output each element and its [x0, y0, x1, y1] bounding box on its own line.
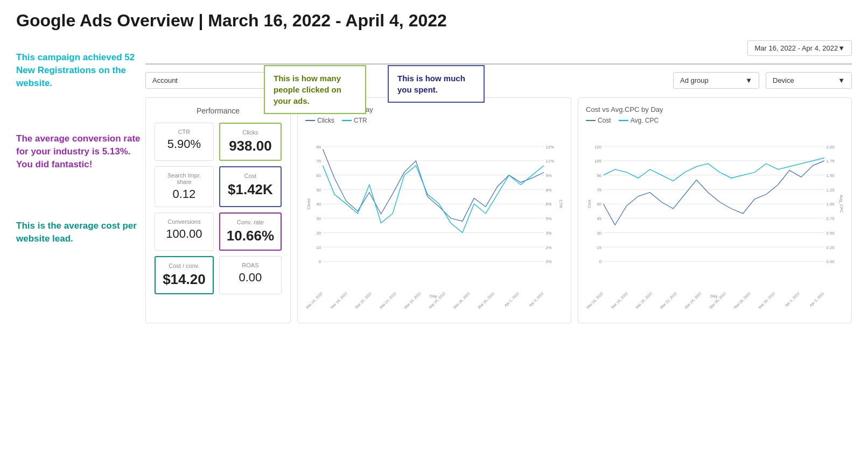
account-label: Account: [152, 76, 178, 84]
perf-cell: Cost / conv. $14.20: [155, 256, 214, 294]
svg-text:2%: 2%: [545, 245, 551, 250]
svg-text:45: 45: [597, 216, 602, 221]
cost-svg: 12010590756045301502.001.751.501.251.000…: [586, 129, 844, 311]
perf-cell: Clicks 938.00: [219, 123, 282, 161]
page-title: Google Ads Overview | March 16, 2022 - A…: [16, 11, 852, 31]
ctr-legend-dot: [342, 120, 352, 121]
cost-legend-item: Cost: [586, 117, 611, 124]
svg-text:50: 50: [317, 188, 321, 193]
svg-text:60: 60: [597, 202, 602, 207]
svg-text:Apr 3, 2022: Apr 3, 2022: [809, 291, 825, 308]
svg-text:0.50: 0.50: [826, 231, 834, 236]
main-layout: This campaign achieved 52 New Registrati…: [16, 40, 852, 323]
charts-area: Performance CTR 5.90%Clicks 938.00Search…: [145, 97, 852, 323]
annotation-average: The average conversion rate for your ind…: [16, 132, 145, 171]
svg-text:Mar 24, 2022: Mar 24, 2022: [403, 291, 422, 309]
ctr-legend-label: CTR: [354, 117, 367, 124]
svg-text:Mar 18, 2022: Mar 18, 2022: [610, 291, 628, 309]
svg-text:11%: 11%: [545, 159, 554, 164]
chevron-down-icon: ▼: [838, 76, 845, 84]
svg-text:Mar 24, 2022: Mar 24, 2022: [684, 291, 702, 309]
svg-text:Mar 18, 2022: Mar 18, 2022: [330, 291, 348, 309]
ctr-legend-item: CTR: [342, 117, 367, 124]
performance-title: Performance: [155, 107, 282, 115]
svg-text:Mar 22, 2022: Mar 22, 2022: [660, 291, 678, 309]
svg-text:Mar 20, 2022: Mar 20, 2022: [354, 291, 373, 309]
svg-text:Mar 16, 2022: Mar 16, 2022: [586, 291, 604, 309]
svg-text:1.25: 1.25: [826, 188, 834, 193]
chevron-down-icon: ▼: [745, 76, 752, 84]
perf-value: 100.00: [162, 227, 207, 241]
avgcpc-legend-dot: [619, 120, 628, 121]
clicks-svg: 8070605040302010012%11%9%8%6%5%3%2%0%Mar…: [305, 129, 563, 311]
adgroup-dropdown[interactable]: Ad group ▼: [673, 72, 759, 89]
perf-value: 10.66%: [227, 228, 274, 244]
svg-text:80: 80: [317, 145, 321, 150]
svg-text:0: 0: [599, 259, 601, 264]
cost-annotation-box: This is how much you spent.: [388, 65, 485, 103]
date-range-selector[interactable]: Mar 16, 2022 - Apr 4, 2022 ▼: [747, 40, 852, 56]
top-controls: Mar 16, 2022 - Apr 4, 2022 ▼: [145, 40, 852, 56]
svg-text:Mar 16, 2022: Mar 16, 2022: [305, 291, 323, 309]
svg-text:20: 20: [317, 231, 321, 236]
svg-text:Day: Day: [710, 294, 718, 299]
clicks-annotation-text: This is how many people clicked on your …: [274, 74, 341, 105]
perf-label: Cost / conv.: [162, 263, 206, 269]
annotation-cost: This is the average cost per website lea…: [16, 219, 145, 245]
svg-text:8%: 8%: [545, 188, 551, 193]
cost-chart-legend: Cost Avg. CPC: [586, 117, 844, 124]
svg-text:Mar 28, 2022: Mar 28, 2022: [733, 291, 752, 309]
svg-text:1.75: 1.75: [826, 159, 834, 164]
device-label: Device: [773, 76, 794, 84]
left-annotations: This campaign achieved 52 New Registrati…: [16, 40, 145, 323]
cost-chart-title: Cost vs Avg.CPC by Day: [586, 105, 844, 114]
cost-chart-panel: Cost vs Avg.CPC by Day Cost Avg. CPC 120…: [578, 97, 852, 323]
perf-label: Clicks: [227, 129, 274, 136]
svg-text:0%: 0%: [545, 259, 551, 264]
clicks-annotation-box: This is how many people clicked on your …: [264, 65, 366, 114]
svg-text:Mar 30, 2022: Mar 30, 2022: [477, 291, 495, 309]
svg-text:10: 10: [317, 245, 321, 250]
avgcpc-legend-item: Avg. CPC: [619, 117, 659, 124]
perf-value: $1.42K: [227, 181, 274, 198]
controls-row: Account ▼ Ad group ▼ Device ▼: [145, 72, 852, 89]
perf-value: 938.00: [227, 138, 274, 154]
svg-text:Mar 20, 2022: Mar 20, 2022: [635, 291, 653, 309]
svg-text:5%: 5%: [545, 216, 551, 221]
right-content: Mar 16, 2022 - Apr 4, 2022 ▼ Account ▼ A…: [145, 40, 852, 323]
perf-cell: Search Impr. share 0.12: [155, 166, 214, 207]
perf-label: ROAS: [226, 262, 275, 268]
svg-text:Mar 28, 2022: Mar 28, 2022: [453, 291, 471, 309]
cost-annotation-text: This is how much you spent.: [397, 74, 465, 94]
performance-panel: Performance CTR 5.90%Clicks 938.00Search…: [145, 97, 291, 323]
svg-text:Apr 1, 2022: Apr 1, 2022: [503, 291, 520, 308]
svg-text:1.50: 1.50: [826, 173, 834, 178]
clicks-legend-label: Clicks: [317, 117, 334, 124]
clicks-chart-panel: Clicks vs CTR by Day Clicks CTR 80706050…: [297, 97, 571, 323]
perf-cell: Conversions 100.00: [155, 212, 214, 251]
svg-text:40: 40: [317, 202, 321, 207]
perf-label: CTR: [162, 129, 207, 135]
svg-text:Cost: Cost: [587, 199, 592, 208]
svg-text:105: 105: [594, 159, 601, 164]
svg-text:1.00: 1.00: [826, 202, 834, 207]
svg-text:0: 0: [319, 259, 321, 264]
svg-text:3%: 3%: [545, 231, 551, 236]
perf-label: Cost: [227, 173, 274, 179]
perf-label: Conversions: [162, 218, 207, 225]
svg-text:70: 70: [317, 159, 321, 164]
device-dropdown[interactable]: Device ▼: [766, 72, 852, 89]
svg-text:CTR: CTR: [558, 200, 563, 208]
svg-text:15: 15: [597, 245, 602, 250]
svg-text:2.00: 2.00: [826, 145, 834, 150]
svg-text:Apr 1, 2022: Apr 1, 2022: [784, 291, 801, 308]
chevron-down-icon: ▼: [838, 44, 845, 52]
annotation-campaign: This campaign achieved 52 New Registrati…: [16, 51, 145, 89]
svg-text:120: 120: [594, 145, 601, 150]
svg-text:30: 30: [317, 216, 321, 221]
svg-text:Mar 30, 2022: Mar 30, 2022: [758, 291, 776, 309]
perf-value: $14.20: [162, 271, 206, 288]
avgcpc-legend-label: Avg. CPC: [631, 117, 659, 124]
perf-cell: ROAS 0.00: [219, 256, 282, 294]
cost-chart-container: 12010590756045301502.001.751.501.251.000…: [586, 129, 844, 311]
